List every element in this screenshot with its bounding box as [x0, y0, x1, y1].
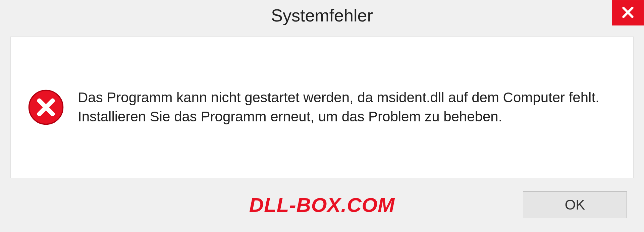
ok-button-label: OK	[565, 197, 585, 213]
ok-button[interactable]: OK	[523, 191, 627, 218]
error-icon	[28, 89, 64, 126]
error-message: Das Programm kann nicht gestartet werden…	[78, 88, 616, 126]
content-area: Das Programm kann nicht gestartet werden…	[10, 37, 634, 178]
close-button[interactable]	[612, 0, 644, 25]
error-dialog: Systemfehler Das Programm kann nicht ges…	[0, 0, 644, 232]
titlebar: Systemfehler	[0, 0, 644, 31]
close-icon	[621, 6, 635, 20]
footer: DLL-BOX.COM OK	[0, 178, 644, 232]
dialog-title: Systemfehler	[271, 5, 373, 25]
watermark-text: DLL-BOX.COM	[249, 193, 395, 217]
